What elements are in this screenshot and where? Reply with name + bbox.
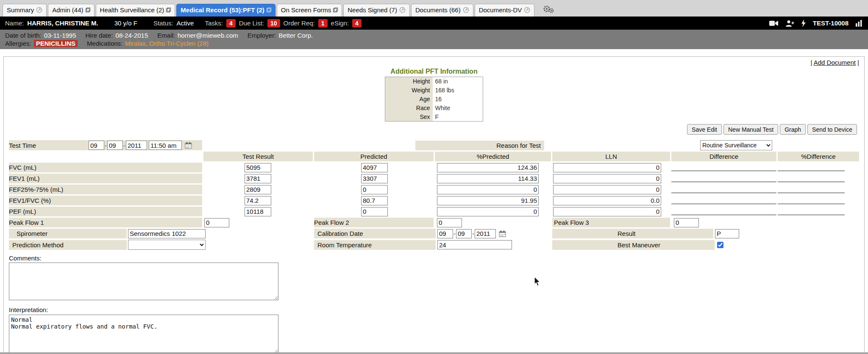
divider: |: [810, 59, 812, 66]
result-label: Result: [552, 229, 713, 238]
tasks-label: Tasks:: [205, 19, 223, 27]
save-edit-button[interactable]: Save Edit: [687, 124, 722, 135]
dob-value: 03-11-1995: [44, 32, 76, 39]
additional-pft-info-title: Additional PFT Information: [385, 68, 483, 75]
pef-predicted-input[interactable]: [361, 207, 388, 216]
popout-circle-icon[interactable]: [399, 7, 406, 13]
fev1-test-result-input[interactable]: [245, 174, 271, 183]
popout-circle-icon[interactable]: [36, 7, 42, 13]
fev1-predicted-input[interactable]: [361, 174, 388, 183]
tab-needs-signed[interactable]: Needs Signed (7): [343, 4, 410, 17]
spirometer-row: Spirometer Calibration Date - -: [9, 229, 859, 238]
interpretation-textarea[interactable]: [9, 315, 278, 354]
order-req-badge[interactable]: 1: [318, 19, 328, 28]
room-temperature-input[interactable]: [437, 240, 512, 249]
mini-window-icon: [86, 8, 90, 12]
tab-on-screen-forms[interactable]: On Screen Forms: [277, 4, 342, 17]
column-header-row: Test Result Predicted %Predicted LLN Dif…: [9, 152, 859, 161]
patient-age-sex: 30 y/o F: [114, 19, 137, 27]
pft-row-fef: FEF25%-75% (mL): [9, 185, 859, 194]
fvc-pct-predicted-input[interactable]: [437, 163, 539, 172]
tab-label: Summary: [7, 6, 34, 14]
prediction-method-select[interactable]: [128, 240, 206, 250]
tab-admin[interactable]: Admin (44): [48, 4, 94, 17]
video-camera-icon[interactable]: [769, 20, 779, 27]
calibration-month-input[interactable]: [437, 229, 453, 238]
dob-label: Date of birth:: [5, 32, 42, 39]
additional-pft-info-table: Height 68 in Weight 168 lbs Age 16 Race …: [385, 77, 483, 122]
height-value: 68 in: [433, 77, 483, 86]
fvc-lln-input[interactable]: [553, 163, 661, 172]
table-row: Weight 168 lbs: [385, 86, 483, 95]
row-label: FVC (mL): [9, 163, 202, 172]
peak-flow-3-label: Peak Flow 3: [552, 218, 670, 227]
calendar-icon[interactable]: [185, 142, 192, 149]
tab-documents-dv[interactable]: Documents-DV: [475, 4, 535, 17]
fef-predicted-input[interactable]: [361, 185, 388, 194]
fvc-predicted-input[interactable]: [361, 163, 388, 172]
calibration-day-input[interactable]: [456, 229, 472, 238]
esign-badge[interactable]: 4: [352, 19, 362, 28]
pft-document-panel: | Add Document | Additional PFT Informat…: [3, 56, 865, 354]
lightning-bolt-icon[interactable]: [801, 19, 806, 27]
test-day-input[interactable]: [107, 141, 123, 150]
test-month-input[interactable]: [89, 141, 104, 150]
pef-lln-input[interactable]: [553, 207, 661, 216]
popout-circle-icon[interactable]: [463, 7, 469, 13]
pef-test-result-input[interactable]: [245, 207, 271, 216]
tab-label: On Screen Forms: [281, 6, 331, 14]
new-manual-test-button[interactable]: New Manual Test: [723, 124, 778, 135]
email-label: Email:: [157, 32, 175, 39]
test-clock-time-input[interactable]: [149, 141, 182, 150]
fev1fvc-test-result-input[interactable]: [245, 196, 271, 205]
fef-pct-predicted-input[interactable]: [437, 185, 539, 194]
fev1fvc-predicted-input[interactable]: [361, 196, 388, 205]
peak-flow-1-input[interactable]: [204, 218, 229, 227]
calibration-year-input[interactable]: [475, 229, 496, 238]
add-document-link[interactable]: Add Document: [814, 59, 856, 66]
tasks-badge[interactable]: 4: [226, 19, 236, 28]
action-button-row: Save Edit New Manual Test Graph Send to …: [4, 124, 864, 135]
best-maneuver-checkbox[interactable]: [717, 242, 723, 248]
fvc-test-result-input[interactable]: [245, 163, 271, 172]
comments-textarea[interactable]: [9, 263, 278, 300]
reason-for-test-select[interactable]: Routine Surveillance: [700, 140, 772, 150]
result-input[interactable]: [715, 229, 739, 238]
tab-summary[interactable]: Summary: [3, 4, 47, 17]
peak-flow-2-label: Peak Flow 2: [314, 218, 434, 227]
email-value[interactable]: horner@mieweb.com: [178, 32, 238, 39]
prediction-method-label: Prediction Method: [9, 240, 127, 250]
fev1-pct-predicted-input[interactable]: [437, 174, 539, 183]
esign-label: eSign:: [331, 19, 349, 27]
tab-label: Admin (44): [52, 6, 83, 14]
peak-flow-2-input[interactable]: [437, 218, 462, 227]
bar-chart-icon[interactable]: [855, 20, 863, 27]
tab-medical-record[interactable]: Medical Record (53):PFT (2): [176, 4, 275, 17]
due-list-badge[interactable]: 10: [267, 19, 280, 28]
table-row: Age 16: [385, 95, 483, 104]
graph-button[interactable]: Graph: [780, 124, 806, 135]
fev1fvc-pct-predicted-input[interactable]: [437, 196, 539, 205]
fef-test-result-input[interactable]: [245, 185, 271, 194]
settings-gears-icon[interactable]: [542, 5, 554, 14]
calendar-icon[interactable]: [499, 230, 506, 237]
peak-flow-3-input[interactable]: [674, 218, 699, 227]
fev1-lln-input[interactable]: [553, 174, 661, 183]
send-to-device-button[interactable]: Send to Device: [807, 124, 857, 135]
race-value: White: [433, 104, 483, 113]
pef-pct-difference-blank: [778, 208, 845, 215]
tab-health-surveillance[interactable]: Health Surveillance (2): [96, 4, 175, 17]
test-year-input[interactable]: [126, 141, 147, 150]
fef-lln-input[interactable]: [553, 185, 661, 194]
spirometer-input[interactable]: [128, 229, 206, 238]
pef-pct-predicted-input[interactable]: [437, 207, 539, 216]
fev1fvc-lln-input[interactable]: [553, 196, 661, 205]
medications-value[interactable]: Miralax, Ortho Tri-Cyclen (28): [125, 40, 209, 47]
allergy-chip[interactable]: PENICILLINS: [34, 40, 78, 47]
tab-label: Needs Signed (7): [348, 6, 397, 14]
popout-circle-icon[interactable]: [524, 7, 530, 13]
tab-documents[interactable]: Documents (66): [411, 4, 473, 17]
table-row: Race White: [385, 104, 483, 113]
mini-window-icon: [333, 8, 338, 12]
add-person-icon[interactable]: [785, 20, 794, 27]
